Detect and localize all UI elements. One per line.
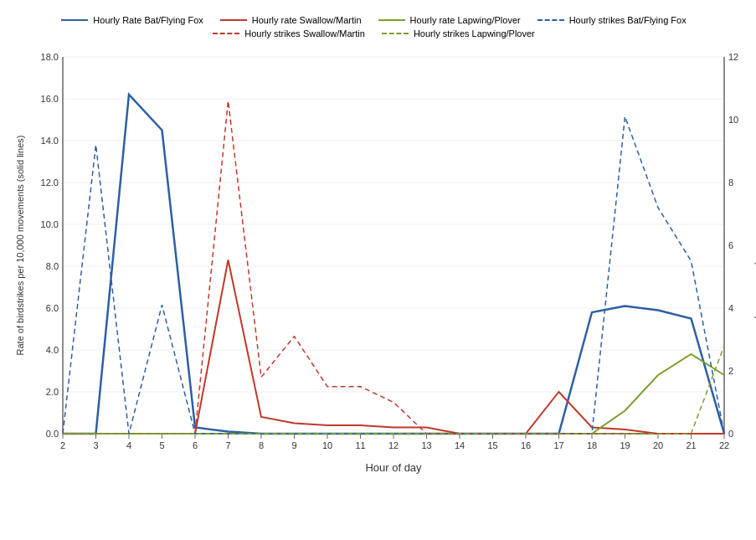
legend-line-lapwing-strikes (382, 33, 409, 34)
x-tick-5: 5 (159, 440, 164, 450)
x-tick-20: 20 (653, 440, 663, 450)
legend-label-swallow-strikes: Hourly strikes Swallow/Martin (244, 28, 365, 39)
x-tick-21: 21 (686, 440, 696, 450)
x-tick-8: 8 (259, 440, 264, 450)
x-tick-3: 3 (93, 440, 98, 450)
legend-item-swallow-rate: Hourly rate Swallow/Martin (220, 15, 362, 25)
legend-line-swallow-strikes (213, 33, 239, 34)
x-tick-14: 14 (455, 440, 465, 450)
legend-line-bat-rate (61, 19, 88, 21)
x-tick-12: 12 (388, 440, 399, 450)
y-left-axis-label: Rate of birdstrikes per 10,000 movements… (15, 136, 25, 356)
x-tick-22: 22 (719, 440, 729, 450)
legend-label-bat-rate: Hourly Rate Bat/Flying Fox (93, 15, 203, 25)
x-tick-11: 11 (355, 440, 365, 450)
y-left-tick-4: 4.0 (46, 345, 59, 355)
x-axis-label: Hour of day (365, 461, 422, 474)
x-tick-10: 10 (322, 440, 332, 450)
chart-svg: 0.0 2.0 4.0 6.0 8.0 10.0 12.0 14.0 16.0 … (8, 49, 756, 476)
legend-line-swallow-rate (220, 19, 247, 21)
legend-line-bat-strikes (537, 19, 564, 21)
y-left-tick-6: 6.0 (46, 303, 59, 313)
y-left-tick-18: 18.0 (41, 52, 59, 62)
y-right-tick-10: 10 (728, 115, 738, 125)
legend-item-bat-strikes: Hourly strikes Bat/Flying Fox (537, 15, 687, 25)
y-left-tick-2: 2.0 (46, 387, 59, 397)
x-tick-18: 18 (587, 440, 597, 450)
y-right-tick-8: 8 (728, 177, 733, 188)
grid-lines (63, 57, 724, 434)
legend-item-bat-rate: Hourly Rate Bat/Flying Fox (61, 15, 203, 25)
legend-label-bat-strikes: Hourly strikes Bat/Flying Fox (569, 15, 687, 25)
y-right-tick-6: 6 (728, 240, 733, 250)
x-tick-16: 16 (521, 440, 531, 450)
y-right-tick-12: 12 (728, 52, 738, 62)
y-left-tick-12: 12.0 (41, 177, 59, 188)
legend-item-lapwing-rate: Hourly rate Lapwing/Plover (378, 15, 521, 25)
legend-label-swallow-rate: Hourly rate Swallow/Martin (252, 15, 362, 25)
chart-container: Hourly Rate Bat/Flying Fox Hourly rate S… (0, 0, 756, 540)
y-right-tick-0: 0 (728, 429, 733, 439)
x-tick-19: 19 (620, 440, 630, 450)
x-tick-2: 2 (60, 440, 65, 450)
legend: Hourly Rate Bat/Flying Fox Hourly rate S… (8, 8, 739, 45)
legend-item-swallow-strikes: Hourly strikes Swallow/Martin (213, 28, 365, 39)
legend-line-lapwing-rate (378, 19, 405, 21)
x-tick-13: 13 (421, 440, 431, 450)
x-tick-7: 7 (225, 440, 230, 450)
y-left-tick-0: 0.0 (46, 429, 59, 439)
x-tick-15: 15 (487, 440, 497, 450)
legend-label-lapwing-strikes: Hourly strikes Lapwing/Plover (414, 28, 535, 39)
y-right-labels: 0 2 4 6 8 10 12 (728, 52, 738, 439)
legend-label-lapwing-rate: Hourly rate Lapwing/Plover (410, 15, 521, 25)
swallow-rate-line (63, 260, 724, 435)
lapwing-rate-line (63, 354, 724, 434)
y-left-tick-14: 14.0 (41, 136, 59, 146)
y-left-tick-8: 8.0 (46, 261, 59, 271)
x-tick-17: 17 (553, 440, 563, 450)
x-tick-6: 6 (193, 440, 198, 450)
swallow-strikes-line (63, 101, 724, 435)
y-left-labels: 0.0 2.0 4.0 6.0 8.0 10.0 12.0 14.0 16.0 … (41, 52, 59, 439)
legend-item-lapwing-strikes: Hourly strikes Lapwing/Plover (382, 28, 535, 39)
y-left-tick-10: 10.0 (41, 219, 59, 229)
y-left-tick-16: 16.0 (41, 94, 59, 104)
x-tick-9: 9 (291, 440, 296, 450)
y-right-tick-2: 2 (728, 366, 733, 376)
x-tick-4: 4 (126, 440, 131, 450)
lapwing-strikes-line (63, 346, 724, 434)
bat-strikes-line (63, 116, 724, 434)
bat-rate-line (63, 95, 724, 434)
x-axis-labels: 2 3 4 5 6 7 8 9 10 11 12 13 14 15 16 17 … (60, 440, 729, 450)
y-right-tick-4: 4 (728, 303, 733, 313)
